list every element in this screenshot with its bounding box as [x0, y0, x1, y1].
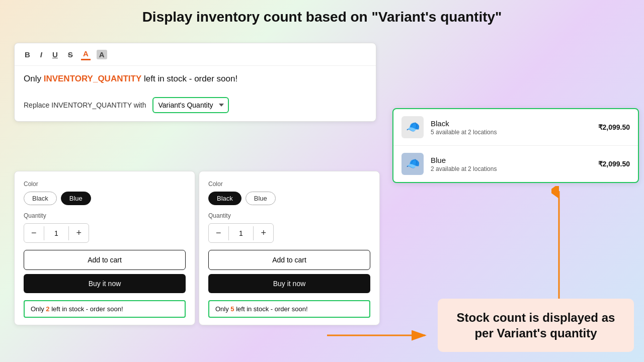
inventory-quantity-placeholder: INVENTORY_QUANTITY: [44, 74, 142, 83]
widget-panel-right: Color Black Blue Quantity − 1 + Add to c…: [199, 171, 380, 325]
stock-num-left: 2: [46, 305, 49, 313]
font-color-button[interactable]: A: [81, 48, 91, 60]
product-avail-black: 5 available at 2 locations: [431, 129, 591, 136]
color-btn-black-left[interactable]: Black: [24, 192, 57, 205]
color-label-left: Color: [24, 180, 186, 188]
color-btn-blue-left[interactable]: Blue: [61, 192, 91, 205]
add-to-cart-left[interactable]: Add to cart: [24, 250, 186, 270]
color-label-right: Color: [208, 180, 370, 188]
desc-box: Stock count is displayed as per Variant'…: [438, 299, 634, 352]
stock-notice-left: Only 2 left in stock - order soon!: [24, 300, 186, 318]
replace-label: Replace INVENTORY_QUANTITY with: [24, 101, 146, 109]
qty-plus-right[interactable]: +: [254, 224, 273, 242]
qty-val-right: 1: [228, 226, 254, 240]
qty-minus-right[interactable]: −: [209, 224, 228, 242]
underline-button[interactable]: U: [50, 49, 60, 60]
qty-label-right: Quantity: [208, 212, 370, 219]
stock-notice-right: Only 5 left in stock - order soon!: [208, 300, 370, 318]
editor-card: B I U S A A Only INVENTORY_QUANTITY left…: [14, 43, 376, 122]
inventory-row-black: 🧢 Black 5 available at 2 locations ₹2,09…: [393, 109, 638, 145]
color-btn-blue-right[interactable]: Blue: [246, 192, 276, 205]
buy-now-right[interactable]: Buy it now: [208, 274, 370, 293]
qty-label-left: Quantity: [24, 212, 186, 219]
inventory-row-blue: 🧢 Blue 2 available at 2 locations ₹2,099…: [393, 145, 638, 182]
color-options-right: Black Blue: [208, 192, 370, 205]
product-name-black: Black: [431, 119, 591, 128]
page-title: Display inventory count based on "Varian…: [0, 0, 644, 30]
product-thumb-black: 🧢: [401, 116, 424, 138]
product-name-blue: Blue: [431, 156, 591, 164]
orange-arrow-right: [327, 328, 433, 345]
product-avail-blue: 2 available at 2 locations: [431, 165, 591, 172]
desc-box-text: Stock count is displayed as per Variant'…: [448, 310, 624, 341]
product-price-black: ₹2,099.50: [598, 123, 630, 131]
font-color2-button[interactable]: A: [97, 50, 107, 59]
qty-minus-left[interactable]: −: [24, 224, 44, 242]
inventory-panel: 🧢 Black 5 available at 2 locations ₹2,09…: [392, 108, 639, 183]
editor-toolbar: B I U S A A: [15, 43, 376, 66]
qty-row-left: − 1 +: [24, 223, 89, 243]
editor-content: Only INVENTORY_QUANTITY left in stock - …: [15, 66, 376, 91]
italic-button[interactable]: I: [38, 49, 44, 60]
strikethrough-button[interactable]: S: [66, 49, 75, 60]
color-btn-black-right[interactable]: Black: [208, 192, 242, 205]
qty-val-left: 1: [44, 226, 69, 240]
qty-row-right: − 1 +: [208, 223, 274, 243]
inventory-info-blue: Blue 2 available at 2 locations: [431, 156, 591, 172]
widget-panel-left: Color Black Blue Quantity − 1 + Add to c…: [14, 171, 195, 325]
product-price-blue: ₹2,099.50: [598, 160, 630, 168]
stock-num-right: 5: [230, 305, 234, 313]
inventory-info-black: Black 5 available at 2 locations: [431, 119, 591, 136]
buy-now-left[interactable]: Buy it now: [24, 274, 186, 293]
qty-plus-left[interactable]: +: [69, 224, 89, 242]
variant-select[interactable]: Variant's Quantity Total Inventory: [152, 97, 229, 113]
color-options-left: Black Blue: [24, 192, 186, 205]
editor-replace-row: Replace INVENTORY_QUANTITY with Variant'…: [15, 91, 376, 121]
add-to-cart-right[interactable]: Add to cart: [208, 250, 370, 270]
bold-button[interactable]: B: [23, 49, 32, 60]
product-thumb-blue: 🧢: [401, 153, 424, 175]
